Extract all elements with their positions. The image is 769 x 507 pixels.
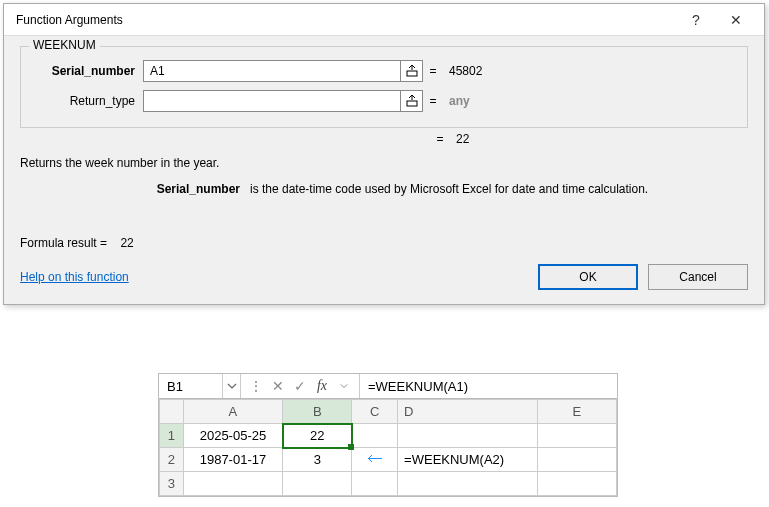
spreadsheet: B1 ⋮ ✕ ✓ fx =WEEKNUM(A1) A B C D E xyxy=(158,373,618,497)
cell-c3[interactable] xyxy=(352,472,398,496)
cell-d3[interactable] xyxy=(398,472,538,496)
cell-b3[interactable] xyxy=(283,472,352,496)
name-box-dropdown-icon[interactable] xyxy=(223,374,241,398)
equals-sign: = xyxy=(423,64,443,78)
col-header-c[interactable]: C xyxy=(352,400,398,424)
collapse-icon[interactable] xyxy=(401,90,423,112)
formula-buttons: ⋮ ✕ ✓ fx xyxy=(241,374,360,398)
formula-result: Formula result = 22 xyxy=(20,236,748,250)
fx-icon[interactable]: fx xyxy=(311,374,333,398)
cell-b2[interactable]: 3 xyxy=(283,448,352,472)
argument-description: Serial_number is the date-time code used… xyxy=(20,182,748,196)
formula-content[interactable]: =WEEKNUM(A1) xyxy=(360,379,617,394)
enter-icon[interactable]: ✓ xyxy=(289,374,311,398)
cell-b1[interactable]: 22 xyxy=(283,424,352,448)
dialog-title: Function Arguments xyxy=(16,13,676,27)
arrow-icon: 🡐 xyxy=(367,450,383,467)
cell-e3[interactable] xyxy=(537,472,616,496)
cell-e2[interactable] xyxy=(537,448,616,472)
ok-button[interactable]: OK xyxy=(538,264,638,290)
svg-rect-1 xyxy=(407,101,417,106)
cell-a1[interactable]: 2025-05-25 xyxy=(183,424,282,448)
close-button[interactable]: ✕ xyxy=(716,6,756,34)
cell-c1[interactable] xyxy=(352,424,398,448)
arg-input-wrap xyxy=(143,60,423,82)
col-header-b[interactable]: B xyxy=(283,400,352,424)
arg-input-wrap xyxy=(143,90,423,112)
arg-label-return-type: Return_type xyxy=(33,94,143,108)
dialog-footer: Help on this function OK Cancel xyxy=(20,264,748,290)
svg-rect-0 xyxy=(407,71,417,76)
preview-result: 22 xyxy=(450,132,469,146)
arg-row-serial-number: Serial_number = 45802 xyxy=(33,59,735,83)
arg-result-return-type: any xyxy=(443,94,735,108)
formula-result-label: Formula result = xyxy=(20,236,107,250)
col-header-d[interactable]: D xyxy=(398,400,538,424)
collapse-icon[interactable] xyxy=(401,60,423,82)
fx-dropdown-icon[interactable] xyxy=(333,374,355,398)
cell-d2[interactable]: =WEEKNUM(A2) xyxy=(398,448,538,472)
arg-label-serial-number: Serial_number xyxy=(33,64,143,78)
name-box[interactable]: B1 xyxy=(159,374,223,398)
titlebar: Function Arguments ? ✕ xyxy=(4,4,764,36)
col-header-e[interactable]: E xyxy=(537,400,616,424)
cell-e1[interactable] xyxy=(537,424,616,448)
cell-a3[interactable] xyxy=(183,472,282,496)
col-header-a[interactable]: A xyxy=(183,400,282,424)
equals-sign: = xyxy=(430,132,450,146)
preview-row: = 22 xyxy=(20,132,748,146)
equals-sign: = xyxy=(423,94,443,108)
cell-d1[interactable] xyxy=(398,424,538,448)
cell-c2[interactable]: 🡐 xyxy=(352,448,398,472)
more-icon[interactable]: ⋮ xyxy=(245,374,267,398)
help-link[interactable]: Help on this function xyxy=(20,270,528,284)
cancel-button[interactable]: Cancel xyxy=(648,264,748,290)
grid: A B C D E 1 2025-05-25 22 2 1987-01-17 3… xyxy=(158,399,618,497)
cell-a2[interactable]: 1987-01-17 xyxy=(183,448,282,472)
arg-help-name: Serial_number xyxy=(20,182,250,196)
arg-row-return-type: Return_type = any xyxy=(33,89,735,113)
formula-bar: B1 ⋮ ✕ ✓ fx =WEEKNUM(A1) xyxy=(158,373,618,399)
return-type-input[interactable] xyxy=(143,90,401,112)
dialog-body: WEEKNUM Serial_number = 45802 Return_typ… xyxy=(4,36,764,304)
argument-group: WEEKNUM Serial_number = 45802 Return_typ… xyxy=(20,46,748,128)
formula-result-value: 22 xyxy=(120,236,133,250)
arg-result-serial-number: 45802 xyxy=(443,64,735,78)
row-header-1[interactable]: 1 xyxy=(160,424,184,448)
cancel-icon[interactable]: ✕ xyxy=(267,374,289,398)
function-arguments-dialog: Function Arguments ? ✕ WEEKNUM Serial_nu… xyxy=(3,3,765,305)
serial-number-input[interactable] xyxy=(143,60,401,82)
function-name: WEEKNUM xyxy=(29,38,100,52)
arg-help-text: is the date-time code used by Microsoft … xyxy=(250,182,748,196)
row-header-2[interactable]: 2 xyxy=(160,448,184,472)
row-header-3[interactable]: 3 xyxy=(160,472,184,496)
grid-table[interactable]: A B C D E 1 2025-05-25 22 2 1987-01-17 3… xyxy=(159,399,617,496)
help-button[interactable]: ? xyxy=(676,6,716,34)
function-description: Returns the week number in the year. xyxy=(20,156,748,170)
select-all-corner[interactable] xyxy=(160,400,184,424)
